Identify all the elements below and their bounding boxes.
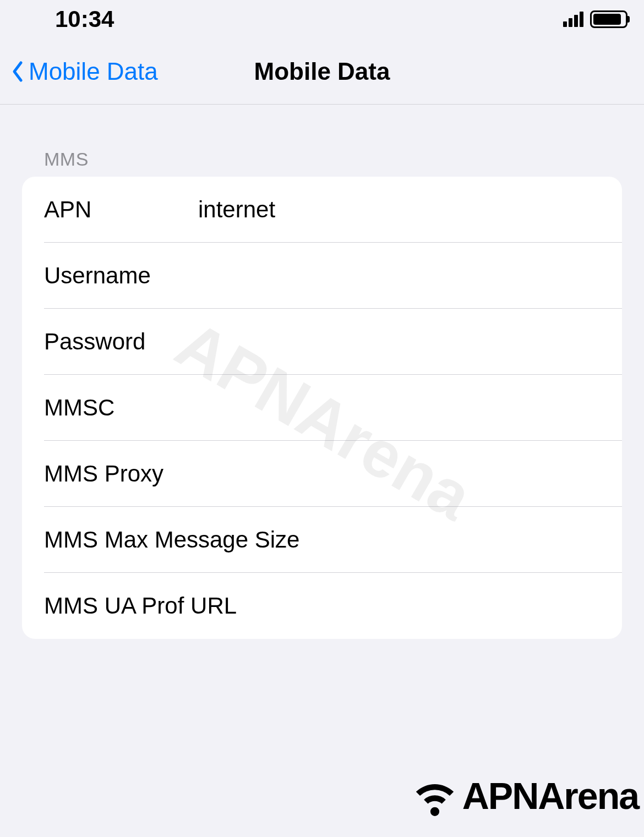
svg-point-0 [430, 807, 439, 816]
wifi-icon [410, 771, 460, 820]
settings-group-mms: APN Username Password MMSC MMS Proxy MMS… [22, 177, 622, 639]
username-input[interactable] [198, 262, 600, 289]
row-label: MMS Proxy [44, 461, 198, 487]
row-label: MMSC [44, 395, 198, 421]
mms-ua-prof-input[interactable] [237, 593, 600, 619]
mms-proxy-input[interactable] [198, 461, 600, 487]
settings-row-mms-proxy[interactable]: MMS Proxy [22, 441, 622, 507]
back-label: Mobile Data [29, 58, 158, 85]
back-button[interactable]: Mobile Data [0, 58, 158, 85]
row-label: Username [44, 262, 198, 289]
chevron-left-icon [11, 61, 24, 83]
settings-row-password[interactable]: Password [22, 309, 622, 375]
status-bar: 10:34 [0, 0, 644, 39]
status-indicators [563, 10, 627, 28]
footer-brand-logo: APNArena [410, 771, 638, 820]
row-label: MMS Max Message Size [44, 527, 299, 553]
mms-max-size-input[interactable] [299, 527, 600, 553]
cellular-signal-icon [563, 12, 583, 27]
settings-row-mms-ua-prof[interactable]: MMS UA Prof URL [22, 573, 622, 639]
row-label: MMS UA Prof URL [44, 593, 237, 619]
footer-brand-text: APNArena [462, 774, 638, 817]
settings-row-apn[interactable]: APN [22, 177, 622, 243]
row-label: APN [44, 196, 198, 223]
navigation-bar: Mobile Data Mobile Data [0, 39, 644, 105]
row-label: Password [44, 329, 198, 355]
settings-row-mms-max-size[interactable]: MMS Max Message Size [22, 507, 622, 573]
apn-input[interactable] [198, 196, 600, 223]
settings-row-username[interactable]: Username [22, 243, 622, 309]
mmsc-input[interactable] [198, 395, 600, 421]
settings-row-mmsc[interactable]: MMSC [22, 375, 622, 441]
page-title: Mobile Data [254, 58, 390, 85]
battery-icon [590, 10, 627, 28]
password-input[interactable] [198, 329, 600, 355]
section-header-mms: MMS [22, 149, 622, 177]
content-area: MMS APN Username Password MMSC MMS Proxy… [0, 105, 644, 639]
status-time: 10:34 [55, 6, 114, 32]
